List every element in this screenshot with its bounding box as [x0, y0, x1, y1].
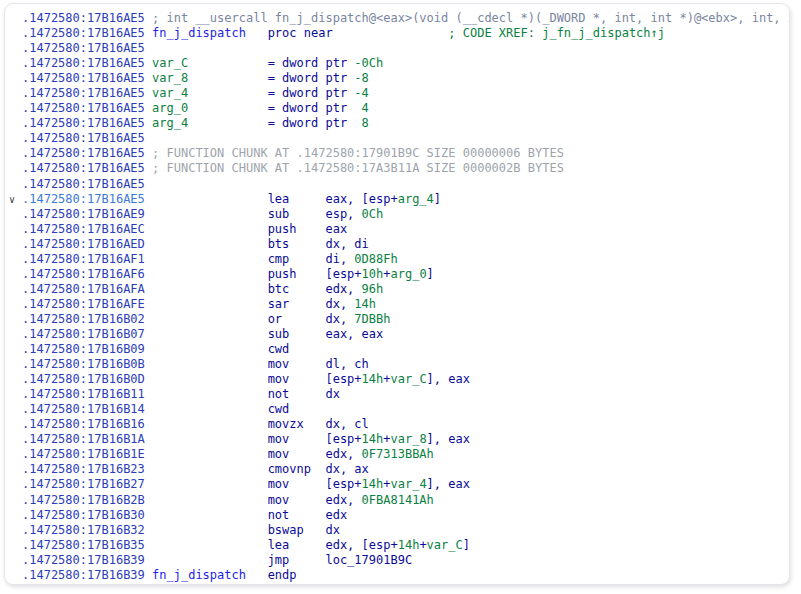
code-text: push eax: [152, 222, 347, 236]
asm-line[interactable]: .1472580:17B16AE5 var_8 = dword ptr -8: [9, 71, 789, 86]
address: .1472580:17B16AE5: [22, 131, 152, 145]
asm-line[interactable]: .1472580:17B16B32 bswap dx: [9, 523, 789, 538]
code-text: jmp loc_17901B9C: [152, 553, 412, 567]
code-text: lea edx, [esp+: [152, 538, 398, 552]
asm-line[interactable]: .1472580:17B16AED bts dx, di: [9, 237, 789, 252]
asm-line[interactable]: .1472580:17B16B27 mov [esp+14h+var_4], e…: [9, 477, 789, 492]
prototype-comment: ; int __usercall fn_j_dispatch@<eax>(voi…: [152, 11, 790, 25]
address: .1472580:17B16B39: [22, 553, 152, 567]
asm-line[interactable]: .1472580:17B16B02 or dx, 7DBBh: [9, 312, 789, 327]
asm-line[interactable]: .1472580:17B16B1A mov [esp+14h+var_8], e…: [9, 432, 789, 447]
code-text: lea eax, [esp+: [152, 192, 398, 206]
address: .1472580:17B16B0D: [22, 372, 152, 386]
address: .1472580:17B16B07: [22, 327, 152, 341]
code-text: = dword ptr: [188, 56, 354, 70]
asm-line[interactable]: .1472580:17B16B14 cwd: [9, 402, 789, 417]
address: .1472580:17B16B30: [22, 508, 152, 522]
asm-line[interactable]: .1472580:17B16B09 cwd: [9, 342, 789, 357]
address-current: .1472580:17B16AE5: [22, 192, 152, 206]
asm-line[interactable]: .1472580:17B16B16 movzx dx, cl: [9, 417, 789, 432]
address: .1472580:17B16B23: [22, 462, 152, 476]
code-text: = dword ptr: [188, 116, 361, 130]
asm-line[interactable]: .1472580:17B16AE5: [9, 131, 789, 146]
asm-line[interactable]: .1472580:17B16B2B mov edx, 0FBA8141Ah: [9, 493, 789, 508]
address: .1472580:17B16AED: [22, 237, 152, 251]
asm-line[interactable]: .1472580:17B16B39 fn_j_dispatch endp: [9, 568, 789, 583]
code-text: push [esp+: [152, 267, 362, 281]
code-text: sub eax, eax: [152, 327, 383, 341]
code-text: ], eax: [427, 372, 470, 386]
asm-line[interactable]: .1472580:17B16AFA btc edx, 96h: [9, 282, 789, 297]
address: .1472580:17B16AFE: [22, 297, 152, 311]
value-text: 14h: [354, 297, 376, 311]
value-text: 14h: [398, 538, 420, 552]
address: .1472580:17B16AF1: [22, 252, 152, 266]
address: .1472580:17B16AE5: [22, 86, 152, 100]
code-text: not edx: [152, 508, 347, 522]
address: .1472580:17B16B27: [22, 477, 152, 491]
asm-line[interactable]: .1472580:17B16AE5 ; FUNCTION CHUNK AT .1…: [9, 161, 789, 176]
asm-line[interactable]: .1472580:17B16AE5 ; FUNCTION CHUNK AT .1…: [9, 146, 789, 161]
value-text: -0Ch: [354, 56, 383, 70]
asm-line[interactable]: .1472580:17B16AE5: [9, 177, 789, 192]
asm-line[interactable]: .1472580:17B16AFE sar dx, 14h: [9, 297, 789, 312]
asm-line[interactable]: .1472580:17B16B1E mov edx, 0F7313BBAh: [9, 447, 789, 462]
value-text: arg_4: [398, 192, 434, 206]
code-text: sub esp,: [152, 207, 362, 221]
address: .1472580:17B16B14: [22, 402, 152, 416]
value-text: arg_0: [152, 101, 188, 115]
value-text: 0FBA8141Ah: [362, 493, 434, 507]
address: .1472580:17B16B0B: [22, 357, 152, 371]
code-text: cmovnp dx, ax: [152, 462, 369, 476]
disassembly-panel: .1472580:17B16AE5 ; int __usercall fn_j_…: [4, 3, 790, 585]
code-text: mov edx,: [152, 493, 362, 507]
asm-line[interactable]: .1472580:17B16B0D mov [esp+14h+var_C], e…: [9, 372, 789, 387]
code-text: cwd: [152, 402, 289, 416]
address: .1472580:17B16AE5: [22, 56, 152, 70]
value-text: 4: [362, 101, 369, 115]
value-text: 0F7313BBAh: [362, 447, 434, 461]
asm-line[interactable]: .1472580:17B16B39 jmp loc_17901B9C: [9, 553, 789, 568]
value-text: 96h: [362, 282, 384, 296]
value-text: 10h: [362, 267, 384, 281]
asm-line[interactable]: .1472580:17B16AE5: [9, 41, 789, 56]
asm-line[interactable]: .1472580:17B16AEC push eax: [9, 222, 789, 237]
code-text: or dx,: [152, 312, 354, 326]
asm-line[interactable]: .1472580:17B16AE5 arg_0 = dword ptr 4: [9, 101, 789, 116]
asm-line[interactable]: ∨.1472580:17B16AE5 lea eax, [esp+arg_4]: [9, 192, 789, 207]
code-text: ]: [463, 538, 470, 552]
asm-line[interactable]: .1472580:17B16AF1 cmp di, 0D88Fh: [9, 252, 789, 267]
code-text: movzx dx, cl: [152, 417, 369, 431]
value-text: arg_0: [390, 267, 426, 281]
asm-line[interactable]: .1472580:17B16B07 sub eax, eax: [9, 327, 789, 342]
asm-line[interactable]: .1472580:17B16AE9 sub esp, 0Ch: [9, 207, 789, 222]
asm-line[interactable]: .1472580:17B16AE5 fn_j_dispatch proc nea…: [9, 26, 789, 41]
address: .1472580:17B16B09: [22, 342, 152, 356]
asm-line[interactable]: .1472580:17B16AE5 var_4 = dword ptr -4: [9, 86, 789, 101]
address: .1472580:17B16AE9: [22, 207, 152, 221]
asm-line[interactable]: .1472580:17B16B35 lea edx, [esp+14h+var_…: [9, 538, 789, 553]
asm-line[interactable]: .1472580:17B16AE5 arg_4 = dword ptr 8: [9, 116, 789, 131]
asm-line[interactable]: .1472580:17B16B30 not edx: [9, 508, 789, 523]
code-text: btc edx,: [152, 282, 362, 296]
code-text: mov [esp+: [152, 477, 362, 491]
comment-text: ; FUNCTION CHUNK AT .1472580:17A3B11A SI…: [152, 161, 564, 175]
address: .1472580:17B16AFA: [22, 282, 152, 296]
address: .1472580:17B16AE5: [22, 146, 152, 160]
code-text: proc near: [246, 26, 333, 40]
collapse-chevron-icon[interactable]: ∨: [9, 192, 22, 207]
asm-line[interactable]: .1472580:17B16B0B mov dl, ch: [9, 357, 789, 372]
address: .1472580:17B16AE5: [22, 71, 152, 85]
asm-line[interactable]: .1472580:17B16AE5 var_C = dword ptr -0Ch: [9, 56, 789, 71]
value-text: var_C: [390, 372, 426, 386]
asm-line[interactable]: .1472580:17B16AE5 ; int __usercall fn_j_…: [9, 11, 789, 26]
asm-line[interactable]: .1472580:17B16B11 not dx: [9, 387, 789, 402]
asm-line[interactable]: .1472580:17B16B23 cmovnp dx, ax: [9, 462, 789, 477]
address: .1472580:17B16B11: [22, 387, 152, 401]
code-text: cwd: [152, 342, 289, 356]
value-text: 7DBBh: [354, 312, 390, 326]
value-text: 0D88Fh: [354, 252, 397, 266]
address: .1472580:17B16AF6: [22, 267, 152, 281]
code-text: bswap dx: [152, 523, 340, 537]
asm-line[interactable]: .1472580:17B16AF6 push [esp+10h+arg_0]: [9, 267, 789, 282]
